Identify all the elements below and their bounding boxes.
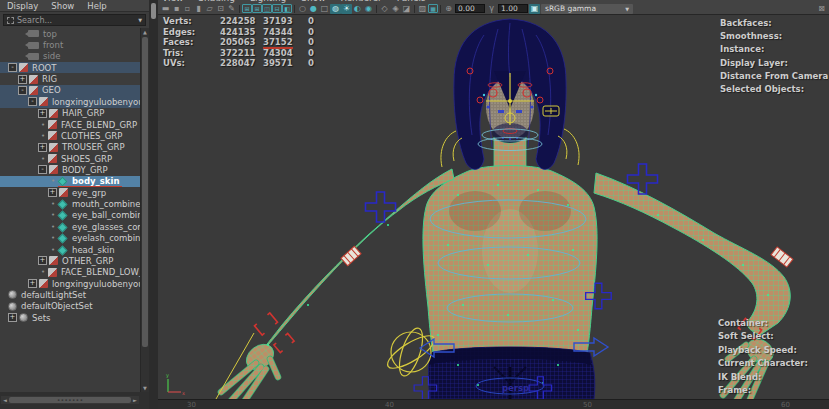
scroll-up-icon[interactable]: ▲ [141,28,149,36]
menu-lighting[interactable]: Lighting [250,0,286,3]
outliner-item-SHOES_GRP[interactable]: •SHOES_GRP [0,153,140,164]
menu-panels[interactable]: Panels [397,0,426,3]
camera-attributes-icon[interactable]: ▫ [182,4,193,14]
panel-menu-icon[interactable]: ⊠ [816,4,827,14]
outliner-item-FACE_BLEND_GRP[interactable]: •FACE_BLEND_GRP [0,119,140,130]
menu-show[interactable]: Show [51,1,74,11]
plus-expander-icon[interactable]: + [38,109,47,118]
outliner-search[interactable]: Search... ▼ [3,14,146,26]
outliner-item-defaultObjectSet[interactable]: defaultObjectSet [0,301,140,312]
menu-view[interactable]: View [162,0,183,3]
perspective-viewport[interactable]: View Shading Lighting Show Renderer Pane… [158,0,829,409]
scroll-down-icon[interactable]: ▼ [141,384,149,392]
outliner-item-top[interactable]: top [0,28,140,39]
view-transform-icon[interactable]: ▣ [529,4,540,14]
outliner-item-head_skin[interactable]: •head_skin [0,244,140,255]
time-slider-strip[interactable]: 30405060 [158,399,829,409]
outliner-item-TROUSER_GRP[interactable]: +TROUSER_GRP [0,142,140,153]
minus-expander-icon[interactable]: - [8,63,17,72]
fog-icon[interactable]: ▨ [417,4,428,14]
2d-pan-zoom-icon[interactable]: ⊡ [215,4,226,14]
xray-icon[interactable]: ◇ [379,4,390,14]
outliner-hscrollbar[interactable]: ◄ ∙∙∙∙∙∙∙ ► [1,396,139,404]
isolate-select-icon[interactable]: ◪ [401,4,412,14]
outliner-item-HAIR_GRP[interactable]: +HAIR_GRP [0,108,140,119]
grid-icon[interactable]: ▦ [428,4,438,13]
gamma-icon[interactable]: γ [486,4,497,14]
menu-show2[interactable]: Show [301,0,325,3]
outliner-item-FACE_BLEND_LOW_GRP[interactable]: •FACE_BLEND_LOW_GRP [0,267,140,278]
item-label: side [42,51,60,61]
search-input[interactable]: Search... [17,16,135,25]
outliner-vscrollbar[interactable]: ▲ ▼ [140,28,149,392]
outliner-item-GEO[interactable]: -GEO [0,85,140,96]
scroll-right-icon[interactable]: ► [131,396,139,404]
outliner-item-BODY_GRP[interactable]: -BODY_GRP [0,164,140,175]
outliner-item-longxingyuluobenyouhuaban_H[interactable]: -longxingyuluobenyouhuaban_H [0,96,140,107]
screen-space-ao-icon[interactable]: ◉ [363,4,374,14]
panel-splitter[interactable] [149,0,158,409]
outliner-item-mouth_combine[interactable]: •mouth_combine [0,198,140,209]
outliner-item-side[interactable]: side [0,51,140,62]
outliner-item-defaultLightSet[interactable]: defaultLightSet [0,289,140,300]
outliner-item-longxingyuluobenyouhuaban_L[interactable]: +longxingyuluobenyouhuaban_L [0,278,140,289]
outliner-item-Sets[interactable]: +Sets [0,312,140,323]
plus-expander-icon[interactable]: + [38,256,47,265]
plus-expander-icon[interactable]: + [18,75,27,84]
image-plane-icon[interactable]: ▱ [204,4,215,14]
xray-joints-icon[interactable]: ◈ [390,4,401,14]
outliner-item-eye_ball_combine[interactable]: •eye_ball_combine [0,210,140,221]
outliner-item-body_skin[interactable]: •body_skin [0,176,140,187]
bookmark-icon[interactable]: ▮ [193,4,204,14]
textured-icon[interactable]: ◍ [330,4,341,14]
outliner-item-CLOTHES_GRP[interactable]: •CLOTHES_GRP [0,130,140,141]
menu-shading[interactable]: Shading [198,0,235,3]
ear-control[interactable] [543,106,559,116]
vscroll-thumb[interactable] [142,37,148,347]
transform-icon [48,154,57,163]
smooth-shade-icon[interactable]: ● [308,4,319,14]
outliner-item-eye_glasses_combine[interactable]: •eye_glasses_combine [0,221,140,232]
outliner-item-front[interactable]: front [0,39,140,50]
outliner-item-RIG[interactable]: +RIG [0,73,140,84]
bounding-box-icon[interactable]: □ [319,4,330,14]
lock-camera-icon[interactable]: ▪ [171,4,182,14]
exposure-icon[interactable]: ⊕ [443,4,454,14]
outliner-item-OTHER_GRP[interactable]: +OTHER_GRP [0,255,140,266]
gamma-field[interactable]: 1.00 [498,4,528,13]
outliner-item-eye_grp[interactable]: +eye_grp [0,187,140,198]
minus-expander-icon[interactable]: - [18,86,27,95]
layout-stacked-icon[interactable]: ⊟ [272,4,282,13]
select-camera-icon[interactable]: ▬ [160,4,171,14]
item-label: eye_glasses_combine [71,222,140,232]
plus-expander-icon[interactable]: + [48,188,57,197]
use-all-lights-icon[interactable]: ☀ [341,4,352,14]
layout-persp-outliner-icon[interactable]: ◫ [262,4,272,13]
wireframe-icon[interactable]: ○ [297,4,308,14]
minus-expander-icon[interactable]: - [28,97,37,106]
layout-single-pane-icon[interactable]: ⊞ [242,4,252,13]
minus-expander-icon[interactable]: - [38,165,47,174]
transform-icon [49,143,58,152]
exposure-field[interactable]: 0.00 [455,4,485,13]
menu-help[interactable]: Help [87,1,106,11]
outliner-item-ROOT[interactable]: -ROOT [0,62,140,73]
character-model[interactable] [221,19,790,399]
plus-expander-icon[interactable]: + [8,313,17,322]
item-body: eye_ball_combine [58,210,140,221]
colorspace-dropdown[interactable]: sRGB gamma▼ [541,4,633,14]
menu-renderer[interactable]: Renderer [341,0,382,3]
menu-display[interactable]: Display [7,1,38,11]
grease-pencil-icon[interactable]: ✎ [226,4,237,14]
plus-manipulator[interactable] [366,192,396,222]
scroll-left-icon[interactable]: ◄ [1,396,9,404]
hscroll-thumb[interactable]: ∙∙∙∙∙∙∙ [9,397,131,403]
layout-custom-icon[interactable]: ◧ [282,4,292,13]
plus-expander-icon[interactable]: + [28,279,37,288]
chevron-down-icon[interactable]: ▼ [138,17,142,23]
plus-expander-icon[interactable]: + [38,143,47,152]
outliner-item-eyelash_combine[interactable]: •eyelash_combine [0,232,140,243]
splitter-handle-icon[interactable] [151,3,156,19]
shadows-icon[interactable]: ◐ [352,4,363,14]
layout-four-panes-icon[interactable]: ⊞ [252,4,262,13]
